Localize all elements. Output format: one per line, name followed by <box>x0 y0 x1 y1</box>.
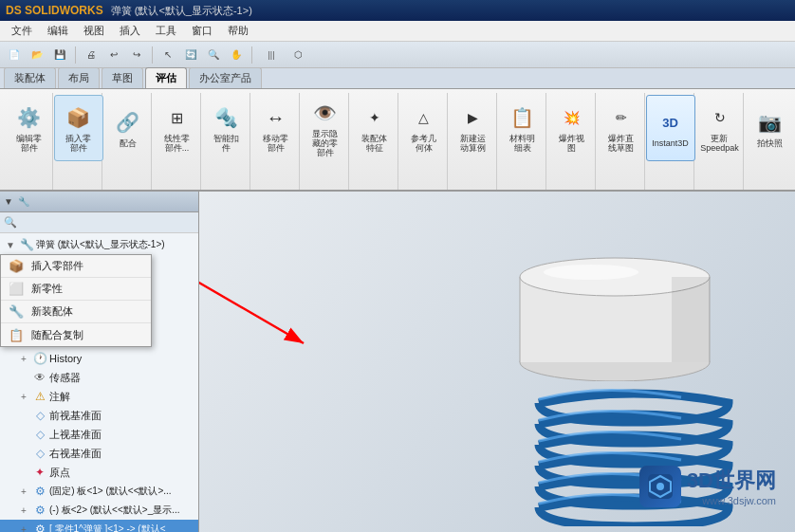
dropdown-new-assembly[interactable]: 🔧 新装配体 <box>1 301 151 323</box>
btn-new-motion[interactable]: ▶ 新建运动算例 <box>449 95 498 161</box>
dropdown-copy-with-mates[interactable]: 📋 随配合复制 <box>1 323 151 346</box>
btn-linear-pattern[interactable]: ⊞ 线性零部件... <box>153 95 202 161</box>
tab-assembly[interactable]: 装配体 <box>4 67 56 88</box>
menu-file[interactable]: 文件 <box>4 22 40 40</box>
zoom-button[interactable]: 🔍 <box>203 45 224 65</box>
btn-explode-view[interactable]: 💥 爆炸视图 <box>547 95 597 161</box>
move-part-icon: ↔️ <box>261 102 291 133</box>
tree-annotation-label: 注解 <box>49 390 70 404</box>
select-button[interactable]: ↖ <box>157 45 178 65</box>
filter-icon: 🔍 <box>4 216 17 229</box>
btn-explode-sketch[interactable]: ✏ 爆炸直线草图 <box>597 95 646 161</box>
undo-button[interactable]: ↩ <box>103 45 124 65</box>
save-button[interactable]: 💾 <box>49 45 70 65</box>
btn-ref-geom[interactable]: △ 参考几何体 <box>399 95 449 161</box>
svg-line-1 <box>199 258 304 343</box>
linear-pattern-icon: ⊞ <box>162 102 193 133</box>
btn-mate[interactable]: 🔗 配合 <box>103 95 153 161</box>
print-button[interactable]: 🖨 <box>81 45 102 65</box>
tab-sketch[interactable]: 草图 <box>102 67 143 88</box>
menu-edit[interactable]: 编辑 <box>40 22 76 40</box>
shading-button[interactable]: ⬡ <box>287 45 308 65</box>
btn-bom[interactable]: 📋 材料明细表 <box>498 95 547 161</box>
tree-part1-expand: + <box>17 485 30 498</box>
pan-button[interactable]: ✋ <box>226 45 247 65</box>
tree-root[interactable]: ▼ 🔧 弹簧 (默认<默认_显示状态-1>) <box>0 235 198 254</box>
tree-history-label: History <box>49 353 82 364</box>
panel-icon: 🔧 <box>18 196 29 207</box>
new-motion-icon: ▶ <box>458 102 489 133</box>
instant3d-icon: 3D <box>656 107 686 138</box>
tree-origin[interactable]: ✦ 原点 <box>0 463 198 482</box>
btn-explode-sketch-label: 爆炸直线草图 <box>608 135 634 154</box>
menu-tools[interactable]: 工具 <box>148 22 184 40</box>
btn-edit-part[interactable]: ⚙️ 编辑零部件 <box>5 95 54 161</box>
menu-window[interactable]: 窗口 <box>184 22 220 40</box>
btn-speedpak[interactable]: ↻ 更新Speedpak <box>695 95 745 161</box>
btn-smart-fastener-label: 智能扣件 <box>213 135 239 154</box>
btn-move-part[interactable]: ↔️ 移动零部件 <box>251 95 301 161</box>
watermark-logo <box>639 466 681 507</box>
dropdown-insert-part[interactable]: 📦 插入零部件 <box>1 255 151 278</box>
tree-part2-icon: ⚙ <box>32 503 47 518</box>
menu-bar: 文件 编辑 视图 插入 工具 窗口 帮助 <box>0 21 795 42</box>
tree-annotation-expand: + <box>17 390 30 403</box>
btn-assembly-feature-label: 装配体特征 <box>361 135 387 154</box>
ribbon: ⚙️ 编辑零部件 📦 插入零部件 🔗 配合 ⊞ 线性零部件... <box>0 89 795 190</box>
group-mate: 🔗 配合 <box>104 93 152 190</box>
btn-assembly-feature[interactable]: ✦ 装配体特征 <box>350 95 399 161</box>
menu-help[interactable]: 帮助 <box>220 22 256 40</box>
insert-part-icon: 📦 <box>64 102 94 133</box>
tab-office[interactable]: 办公室产品 <box>189 67 262 88</box>
group-show-hide: 👁️ 显示隐藏的零部件 <box>302 93 349 190</box>
main-area: ▼ 🔧 🔍 ▼ 🔧 弹簧 (默认<默认_显示状态-1>) 📦 插入零部件 <box>0 192 795 532</box>
btn-smart-fastener[interactable]: 🔩 智能扣件 <box>202 95 251 161</box>
viewport[interactable]: 3D世界网 www.3dsjw.com <box>199 192 795 532</box>
dropdown-new-part[interactable]: ⬜ 新零性 <box>1 278 151 301</box>
tree-front-icon: ◇ <box>32 408 47 423</box>
tree-spring[interactable]: + ⚙ [ 零件1^弹簧 ]<1> -> (默认< <box>0 520 198 532</box>
group-explode-view: 💥 爆炸视图 <box>548 93 596 190</box>
tree-top-plane[interactable]: ◇ 上视基准面 <box>0 425 198 444</box>
title-text: 弹簧 (默认<默认_显示状态-1>) <box>111 4 252 18</box>
new-part-dd-icon: ⬜ <box>9 282 26 296</box>
open-button[interactable]: 📂 <box>27 45 47 65</box>
tree-sensor[interactable]: 👁 传感器 <box>0 368 198 387</box>
tree-part1[interactable]: + ⚙ (固定) 板<1> (默认<<默认>... <box>0 482 198 501</box>
rotate-button[interactable]: 🔄 <box>180 45 201 65</box>
btn-explode-view-label: 爆炸视图 <box>559 135 584 154</box>
group-ref-geom: △ 参考几何体 <box>400 93 448 190</box>
tab-evaluate[interactable]: 评估 <box>145 67 187 88</box>
watermark-brand: 3D世界网 <box>687 467 776 495</box>
bom-icon: 📋 <box>508 102 538 133</box>
tree-history[interactable]: + 🕐 History <box>0 349 198 368</box>
group-explode-sketch: ✏ 爆炸直线草图 <box>598 93 645 190</box>
tree-annotation[interactable]: + ⚠ 注解 <box>0 387 198 406</box>
menu-insert[interactable]: 插入 <box>112 22 148 40</box>
tree-right-plane[interactable]: ◇ 右视基准面 <box>0 444 198 463</box>
group-smart-fastener: 🔩 智能扣件 <box>203 93 250 190</box>
toolbar-row1: 📄 📂 💾 🖨 ↩ ↪ ↖ 🔄 🔍 ✋ ||| ⬡ <box>0 42 795 68</box>
copy-mates-dd-icon: 📋 <box>9 328 26 342</box>
group-linear-pattern: ⊞ 线性零部件... <box>154 93 201 190</box>
new-button[interactable]: 📄 <box>4 45 25 65</box>
tree-right-label: 右视基准面 <box>49 447 102 461</box>
btn-show-hide[interactable]: 👁️ 显示隐藏的零部件 <box>301 95 350 161</box>
btn-instant3d[interactable]: 3D Instant3D <box>646 95 695 161</box>
tab-layout[interactable]: 布局 <box>58 67 100 88</box>
redo-button[interactable]: ↪ <box>126 45 147 65</box>
tree-origin-label: 原点 <box>49 466 70 480</box>
btn-linear-pattern-label: 线性零部件... <box>164 135 190 154</box>
menu-view[interactable]: 视图 <box>76 22 112 40</box>
ref-geom-icon: △ <box>409 102 439 133</box>
group-snapshot: 📷 拍快照 <box>746 93 793 190</box>
tree-part2[interactable]: + ⚙ (-) 板<2> (默认<<默认>_显示... <box>0 501 198 520</box>
btn-snapshot[interactable]: 📷 拍快照 <box>745 95 794 161</box>
tree-part2-label: (-) 板<2> (默认<<默认>_显示... <box>49 504 180 517</box>
tree-root-icon: 🔧 <box>19 237 34 252</box>
view3d-button[interactable]: ||| <box>257 45 286 65</box>
tree-front-plane[interactable]: ◇ 前视基准面 <box>0 406 198 425</box>
btn-insert-part[interactable]: 📦 插入零部件 <box>54 95 103 161</box>
tree-history-expand: + <box>17 352 30 365</box>
show-hide-icon: 👁️ <box>310 98 341 128</box>
